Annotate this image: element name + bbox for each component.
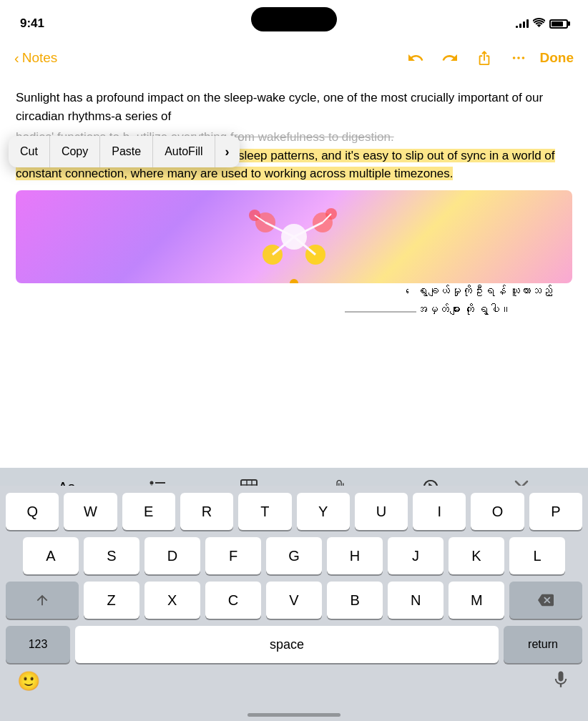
space-key[interactable]: space xyxy=(75,626,499,663)
autofill-button[interactable]: AutoFill xyxy=(153,136,215,167)
numbers-key[interactable]: 123 xyxy=(6,626,70,663)
nav-bar: ‹ Notes Done xyxy=(0,39,588,77)
more-options-button[interactable]: › xyxy=(215,136,240,167)
context-menu[interactable]: Cut Copy Paste AutoFill › xyxy=(9,136,240,167)
emoji-button[interactable]: 🙂 xyxy=(17,670,40,692)
key-g[interactable]: G xyxy=(266,537,322,574)
share-button[interactable] xyxy=(471,45,497,71)
dynamic-island xyxy=(251,7,337,31)
key-v[interactable]: V xyxy=(266,582,322,619)
callout-line-icon xyxy=(345,311,423,313)
signal-icon xyxy=(516,19,529,28)
delete-key[interactable] xyxy=(509,582,582,619)
home-indicator xyxy=(248,713,340,717)
key-l[interactable]: L xyxy=(509,537,565,574)
note-image xyxy=(16,190,572,283)
key-y[interactable]: Y xyxy=(297,493,350,530)
undo-button[interactable] xyxy=(403,45,428,71)
key-o[interactable]: O xyxy=(471,493,524,530)
back-button[interactable]: ‹ Notes xyxy=(14,50,57,67)
svg-point-0 xyxy=(517,57,520,59)
shift-key[interactable] xyxy=(6,582,79,619)
battery-icon xyxy=(549,19,568,29)
note-text[interactable]: Sunlight has a profound impact on the sl… xyxy=(16,89,572,125)
status-bar: 9:41 xyxy=(0,0,588,39)
key-s[interactable]: S xyxy=(84,537,139,574)
key-a[interactable]: A xyxy=(23,537,79,574)
key-w[interactable]: W xyxy=(64,493,117,530)
key-d[interactable]: D xyxy=(144,537,200,574)
more-button[interactable] xyxy=(506,45,531,71)
back-chevron-icon: ‹ xyxy=(14,50,19,67)
keyboard-row-3: Z X C V B N M xyxy=(6,582,582,619)
copy-button[interactable]: Copy xyxy=(50,136,100,167)
cut-button[interactable]: Cut xyxy=(9,136,50,167)
key-f[interactable]: F xyxy=(205,537,261,574)
keyboard-row-1: Q W E R T Y U I O P xyxy=(6,493,582,530)
key-i[interactable]: I xyxy=(413,493,466,530)
key-q[interactable]: Q xyxy=(6,493,59,530)
status-time: 9:41 xyxy=(20,16,44,31)
svg-point-2 xyxy=(521,57,524,59)
key-k[interactable]: K xyxy=(449,537,504,574)
wifi-icon xyxy=(533,18,545,29)
key-h[interactable]: H xyxy=(327,537,383,574)
keyboard-bottom-row: 123 space return xyxy=(6,626,582,663)
back-label: Notes xyxy=(22,50,58,66)
svg-point-17 xyxy=(150,481,153,485)
key-r[interactable]: R xyxy=(180,493,233,530)
svg-point-1 xyxy=(512,57,515,59)
key-p[interactable]: P xyxy=(529,493,582,530)
status-icons xyxy=(516,18,568,29)
redo-button[interactable] xyxy=(437,45,463,71)
key-n[interactable]: N xyxy=(388,582,444,619)
key-j[interactable]: J xyxy=(388,537,444,574)
callout-annotation: ရွေးချယ်မှုကိုဦးရန် ယူထားသည့်အမှတ်များ က… xyxy=(416,283,581,319)
keyboard-row-2: A S D F G H J K L xyxy=(6,537,582,574)
paste-button[interactable]: Paste xyxy=(100,136,153,167)
key-m[interactable]: M xyxy=(449,582,504,619)
key-z[interactable]: Z xyxy=(84,582,139,619)
key-x[interactable]: X xyxy=(144,582,200,619)
key-c[interactable]: C xyxy=(205,582,261,619)
done-button[interactable]: Done xyxy=(540,50,574,66)
key-e[interactable]: E xyxy=(122,493,175,530)
return-key[interactable]: return xyxy=(504,626,582,663)
molecule-graphic xyxy=(215,194,373,280)
microphone-button[interactable] xyxy=(551,669,571,694)
note-text-before: Sunlight has a profound impact on the sl… xyxy=(16,91,543,123)
key-u[interactable]: U xyxy=(355,493,408,530)
keyboard: Q W E R T Y U I O P A S D F G H J K L Z … xyxy=(0,486,588,721)
key-b[interactable]: B xyxy=(327,582,383,619)
key-t[interactable]: T xyxy=(238,493,291,530)
callout-text: ရွေးချယ်မှုကိုဦးရန် ယူထားသည့်အမှတ်များ က… xyxy=(416,283,574,319)
selection-handle[interactable] xyxy=(290,279,298,283)
keyboard-accessories: 🙂 xyxy=(6,663,582,700)
